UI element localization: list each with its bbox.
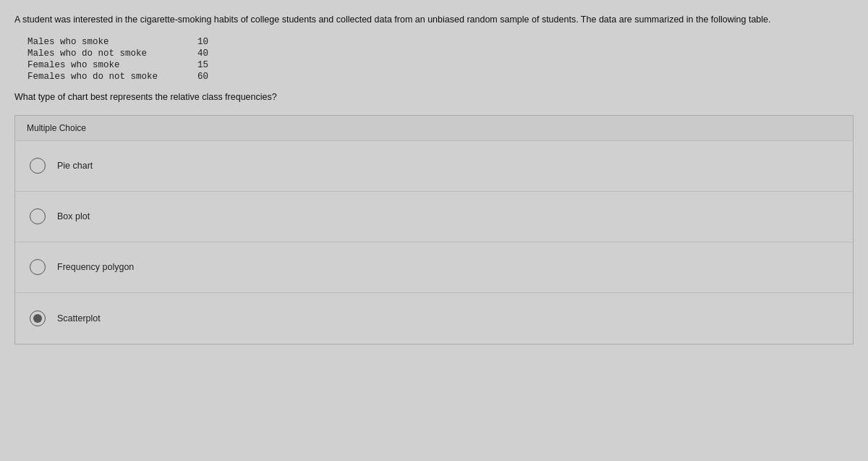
option-label-scatter: Scatterplot <box>57 313 101 323</box>
table-row: Males who smoke 10 <box>27 37 854 47</box>
option-label-pie: Pie chart <box>57 161 93 171</box>
option-box-plot[interactable]: Box plot <box>15 192 853 242</box>
radio-freq[interactable] <box>30 259 46 275</box>
option-scatterplot[interactable]: Scatterplot <box>15 293 853 344</box>
multiple-choice-container: Multiple Choice Pie chart Box plot Frequ… <box>14 115 854 344</box>
row-label-4: Females who do not smoke <box>27 72 187 82</box>
table-row: Males who do not smoke 40 <box>27 48 854 59</box>
row-value-1: 10 <box>187 37 208 47</box>
row-value-3: 15 <box>187 60 208 70</box>
row-label-2: Males who do not smoke <box>27 48 187 59</box>
row-value-2: 40 <box>187 48 208 59</box>
mc-header: Multiple Choice <box>15 116 853 141</box>
intro-text: A student was interested in the cigarett… <box>14 13 854 27</box>
row-value-4: 60 <box>187 72 208 82</box>
table-row: Females who smoke 15 <box>27 60 854 70</box>
radio-pie[interactable] <box>30 158 46 174</box>
row-label-1: Males who smoke <box>27 37 187 47</box>
radio-box[interactable] <box>30 208 46 224</box>
question-text: What type of chart best represents the r… <box>14 92 854 102</box>
option-label-box: Box plot <box>57 211 90 221</box>
radio-scatter[interactable] <box>30 310 46 326</box>
table-row: Females who do not smoke 60 <box>27 72 854 82</box>
data-table: Males who smoke 10 Males who do not smok… <box>27 37 854 82</box>
option-label-freq: Frequency polygon <box>57 262 134 272</box>
row-label-3: Females who smoke <box>27 60 187 70</box>
option-frequency-polygon[interactable]: Frequency polygon <box>15 242 853 293</box>
option-pie-chart[interactable]: Pie chart <box>15 141 853 192</box>
